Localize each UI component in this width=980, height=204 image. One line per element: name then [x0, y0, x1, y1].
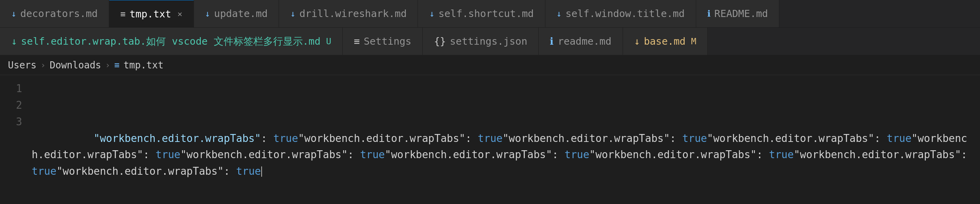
tab-base-md[interactable]: ↓ base.md M	[623, 28, 708, 55]
tab-drill-wireshark[interactable]: ↓ drill.wireshark.md	[279, 0, 418, 28]
tab-label: base.md	[644, 36, 686, 47]
tab-update[interactable]: ↓ update.md	[194, 0, 279, 28]
file-icon: ≡	[114, 60, 120, 70]
editor-line-1	[32, 81, 980, 97]
breadcrumb-file[interactable]: tmp.txt	[123, 60, 163, 71]
download-icon: ↓	[11, 36, 17, 47]
download-icon: ↓	[556, 9, 562, 19]
tab-label: update.md	[214, 8, 268, 19]
tab-settings[interactable]: ≡ Settings	[343, 28, 423, 55]
editor-line-3: "workbench.editor.wrapTabs": true"workbe…	[32, 114, 980, 196]
line-number-1: 1	[0, 81, 22, 97]
tab-readme-md[interactable]: ℹ readme.md	[539, 28, 623, 55]
tab-decorators[interactable]: ↓ decorators.md	[0, 0, 109, 28]
tab-label: readme.md	[558, 36, 611, 47]
download-icon: ↓	[290, 9, 295, 19]
breadcrumb-users[interactable]: Users	[8, 60, 36, 71]
download-icon: ↓	[634, 36, 640, 47]
breadcrumb-sep-1: ›	[40, 60, 46, 70]
file-icon: ≡	[120, 9, 125, 19]
line-number-2: 2	[0, 97, 22, 114]
download-icon: ↓	[205, 9, 210, 19]
editor-area: 1 2 3 "workbench.editor.wrapTabs": true"…	[0, 75, 980, 204]
modified-badge: M	[691, 36, 696, 46]
tab-label: self.window.title.md	[566, 8, 685, 19]
tab-label: decorators.md	[20, 8, 98, 19]
tab-bar-row1: ↓ decorators.md ≡ tmp.txt ✕ ↓ update.md …	[0, 0, 980, 28]
tab-bar-row2: ↓ self.editor.wrap.tab.如何 vscode 文件标签栏多行…	[0, 28, 980, 55]
tab-label: drill.wireshark.md	[300, 8, 407, 19]
close-icon[interactable]: ✕	[178, 9, 182, 19]
text-cursor	[261, 166, 262, 177]
tab-label: self.shortcut.md	[439, 8, 534, 19]
tab-readme[interactable]: ℹ README.md	[696, 0, 779, 28]
breadcrumb-sep-2: ›	[105, 60, 110, 70]
tab-label: self.editor.wrap.tab.如何 vscode 文件标签栏多行显示…	[21, 35, 321, 48]
tab-label: README.md	[714, 8, 768, 19]
tab-label: Settings	[364, 36, 411, 47]
modified-badge: U	[326, 36, 331, 46]
tab-settings-json[interactable]: {} settings.json	[423, 28, 539, 55]
download-icon: ↓	[429, 9, 434, 19]
settings-icon: ≡	[354, 36, 360, 47]
info-icon: ℹ	[550, 36, 554, 47]
tab-self-editor-wrap[interactable]: ↓ self.editor.wrap.tab.如何 vscode 文件标签栏多行…	[0, 28, 343, 55]
json-icon: {}	[434, 36, 446, 47]
line-numbers: 1 2 3	[0, 79, 32, 200]
editor-content[interactable]: "workbench.editor.wrapTabs": true"workbe…	[32, 79, 980, 200]
breadcrumb: Users › Downloads › ≡ tmp.txt	[0, 55, 980, 75]
download-icon: ↓	[11, 9, 16, 19]
tab-self-window-title[interactable]: ↓ self.window.title.md	[545, 0, 696, 28]
tab-label: tmp.txt	[129, 8, 171, 20]
tab-label: settings.json	[450, 36, 528, 47]
editor-line-2	[32, 97, 980, 114]
info-icon: ℹ	[707, 9, 710, 19]
breadcrumb-downloads[interactable]: Downloads	[50, 60, 101, 71]
tab-tmp[interactable]: ≡ tmp.txt ✕	[109, 0, 194, 28]
tab-self-shortcut[interactable]: ↓ self.shortcut.md	[418, 0, 545, 28]
line-number-3: 3	[0, 114, 22, 130]
